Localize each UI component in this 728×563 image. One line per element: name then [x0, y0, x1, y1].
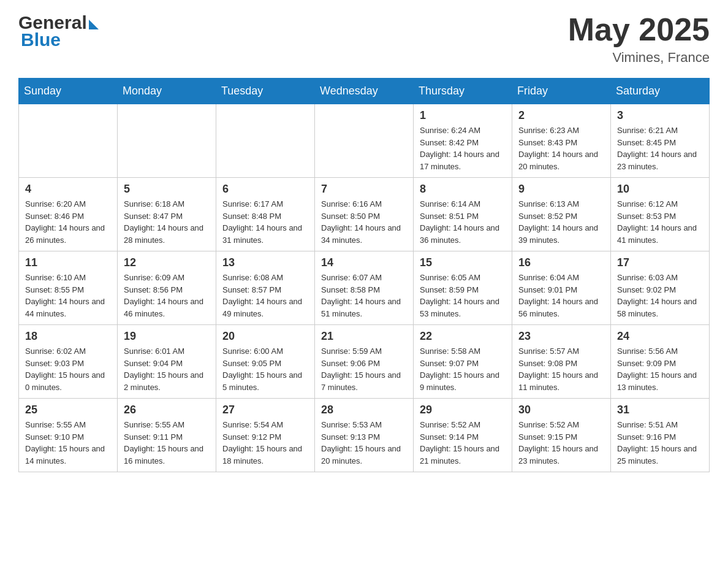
day-number: 15 — [420, 256, 506, 269]
day-info: Sunrise: 6:13 AM Sunset: 8:52 PM Dayligh… — [518, 198, 604, 246]
calendar-cell: 7Sunrise: 6:16 AM Sunset: 8:50 PM Daylig… — [315, 178, 414, 251]
calendar-cell: 17Sunrise: 6:03 AM Sunset: 9:02 PM Dayli… — [611, 251, 710, 325]
calendar-body: 1Sunrise: 6:24 AM Sunset: 8:42 PM Daylig… — [19, 104, 710, 472]
calendar-cell: 31Sunrise: 5:51 AM Sunset: 9:16 PM Dayli… — [611, 399, 710, 472]
calendar-cell: 23Sunrise: 5:57 AM Sunset: 9:08 PM Dayli… — [512, 325, 611, 399]
day-number: 23 — [518, 330, 604, 343]
calendar-cell: 3Sunrise: 6:21 AM Sunset: 8:45 PM Daylig… — [611, 104, 710, 178]
calendar-cell: 10Sunrise: 6:12 AM Sunset: 8:53 PM Dayli… — [611, 178, 710, 251]
calendar-cell: 13Sunrise: 6:08 AM Sunset: 8:57 PM Dayli… — [216, 251, 315, 325]
day-number: 9 — [518, 183, 604, 196]
day-info: Sunrise: 6:00 AM Sunset: 9:05 PM Dayligh… — [222, 345, 308, 393]
days-of-week-row: SundayMondayTuesdayWednesdayThursdayFrid… — [19, 79, 710, 104]
day-number: 7 — [321, 183, 407, 196]
day-of-week-header: Tuesday — [216, 79, 315, 104]
month-title: May 2025 — [568, 12, 710, 47]
calendar-cell: 18Sunrise: 6:02 AM Sunset: 9:03 PM Dayli… — [19, 325, 118, 399]
calendar-cell: 29Sunrise: 5:52 AM Sunset: 9:14 PM Dayli… — [414, 399, 512, 472]
day-info: Sunrise: 6:23 AM Sunset: 8:43 PM Dayligh… — [518, 124, 604, 172]
day-info: Sunrise: 5:55 AM Sunset: 9:11 PM Dayligh… — [124, 419, 210, 467]
calendar-header: SundayMondayTuesdayWednesdayThursdayFrid… — [19, 79, 710, 104]
day-number: 11 — [25, 256, 111, 269]
calendar-week-row: 25Sunrise: 5:55 AM Sunset: 9:10 PM Dayli… — [19, 399, 710, 472]
calendar-cell: 1Sunrise: 6:24 AM Sunset: 8:42 PM Daylig… — [414, 104, 512, 178]
day-info: Sunrise: 6:17 AM Sunset: 8:48 PM Dayligh… — [222, 198, 308, 246]
calendar-week-row: 1Sunrise: 6:24 AM Sunset: 8:42 PM Daylig… — [19, 104, 710, 178]
day-info: Sunrise: 6:03 AM Sunset: 9:02 PM Dayligh… — [617, 272, 703, 320]
day-of-week-header: Monday — [118, 79, 216, 104]
day-number: 4 — [25, 183, 111, 196]
calendar-cell — [19, 104, 118, 178]
day-info: Sunrise: 6:14 AM Sunset: 8:51 PM Dayligh… — [420, 198, 506, 246]
day-info: Sunrise: 6:12 AM Sunset: 8:53 PM Dayligh… — [617, 198, 703, 246]
day-number: 28 — [321, 404, 407, 416]
day-info: Sunrise: 6:02 AM Sunset: 9:03 PM Dayligh… — [25, 345, 111, 393]
location-label: Vimines, France — [568, 50, 710, 66]
title-area: May 2025 Vimines, France — [568, 12, 710, 66]
day-info: Sunrise: 6:04 AM Sunset: 9:01 PM Dayligh… — [518, 272, 604, 320]
day-number: 22 — [420, 330, 506, 343]
day-number: 26 — [124, 404, 210, 416]
calendar-cell: 5Sunrise: 6:18 AM Sunset: 8:47 PM Daylig… — [118, 178, 216, 251]
day-number: 24 — [617, 330, 703, 343]
calendar-cell: 2Sunrise: 6:23 AM Sunset: 8:43 PM Daylig… — [512, 104, 611, 178]
day-info: Sunrise: 6:08 AM Sunset: 8:57 PM Dayligh… — [222, 272, 308, 320]
day-info: Sunrise: 5:54 AM Sunset: 9:12 PM Dayligh… — [222, 419, 308, 467]
day-number: 17 — [617, 256, 703, 269]
calendar-cell: 27Sunrise: 5:54 AM Sunset: 9:12 PM Dayli… — [216, 399, 315, 472]
calendar-cell: 6Sunrise: 6:17 AM Sunset: 8:48 PM Daylig… — [216, 178, 315, 251]
day-number: 6 — [222, 183, 308, 196]
day-number: 5 — [124, 183, 210, 196]
logo-arrow-icon — [89, 20, 99, 29]
day-of-week-header: Saturday — [611, 79, 710, 104]
day-number: 20 — [222, 330, 308, 343]
calendar-cell — [216, 104, 315, 178]
calendar-cell: 24Sunrise: 5:56 AM Sunset: 9:09 PM Dayli… — [611, 325, 710, 399]
day-info: Sunrise: 6:24 AM Sunset: 8:42 PM Dayligh… — [420, 124, 506, 172]
page-header: General Blue May 2025 Vimines, France — [18, 12, 710, 66]
day-info: Sunrise: 6:21 AM Sunset: 8:45 PM Dayligh… — [617, 124, 703, 172]
day-number: 2 — [518, 109, 604, 122]
day-number: 1 — [420, 109, 506, 122]
day-info: Sunrise: 5:52 AM Sunset: 9:14 PM Dayligh… — [420, 419, 506, 467]
day-number: 12 — [124, 256, 210, 269]
day-info: Sunrise: 5:52 AM Sunset: 9:15 PM Dayligh… — [518, 419, 604, 467]
day-info: Sunrise: 5:56 AM Sunset: 9:09 PM Dayligh… — [617, 345, 703, 393]
day-number: 14 — [321, 256, 407, 269]
day-number: 19 — [124, 330, 210, 343]
day-number: 16 — [518, 256, 604, 269]
day-number: 21 — [321, 330, 407, 343]
calendar-cell: 4Sunrise: 6:20 AM Sunset: 8:46 PM Daylig… — [19, 178, 118, 251]
day-number: 18 — [25, 330, 111, 343]
calendar-cell: 16Sunrise: 6:04 AM Sunset: 9:01 PM Dayli… — [512, 251, 611, 325]
logo: General Blue — [18, 12, 99, 50]
day-info: Sunrise: 6:16 AM Sunset: 8:50 PM Dayligh… — [321, 198, 407, 246]
day-info: Sunrise: 6:10 AM Sunset: 8:55 PM Dayligh… — [25, 272, 111, 320]
day-info: Sunrise: 5:58 AM Sunset: 9:07 PM Dayligh… — [420, 345, 506, 393]
calendar-cell — [118, 104, 216, 178]
day-number: 31 — [617, 404, 703, 416]
calendar-cell: 30Sunrise: 5:52 AM Sunset: 9:15 PM Dayli… — [512, 399, 611, 472]
day-info: Sunrise: 5:55 AM Sunset: 9:10 PM Dayligh… — [25, 419, 111, 467]
calendar-cell: 15Sunrise: 6:05 AM Sunset: 8:59 PM Dayli… — [414, 251, 512, 325]
day-number: 30 — [518, 404, 604, 416]
day-number: 8 — [420, 183, 506, 196]
calendar-cell — [315, 104, 414, 178]
calendar-week-row: 18Sunrise: 6:02 AM Sunset: 9:03 PM Dayli… — [19, 325, 710, 399]
day-info: Sunrise: 5:53 AM Sunset: 9:13 PM Dayligh… — [321, 419, 407, 467]
day-number: 29 — [420, 404, 506, 416]
day-info: Sunrise: 5:51 AM Sunset: 9:16 PM Dayligh… — [617, 419, 703, 467]
calendar-cell: 25Sunrise: 5:55 AM Sunset: 9:10 PM Dayli… — [19, 399, 118, 472]
day-of-week-header: Thursday — [414, 79, 512, 104]
day-number: 27 — [222, 404, 308, 416]
calendar-cell: 14Sunrise: 6:07 AM Sunset: 8:58 PM Dayli… — [315, 251, 414, 325]
calendar-table: SundayMondayTuesdayWednesdayThursdayFrid… — [18, 78, 710, 472]
logo-blue-text: Blue — [18, 29, 61, 50]
calendar-week-row: 4Sunrise: 6:20 AM Sunset: 8:46 PM Daylig… — [19, 178, 710, 251]
calendar-cell: 22Sunrise: 5:58 AM Sunset: 9:07 PM Dayli… — [414, 325, 512, 399]
day-info: Sunrise: 5:57 AM Sunset: 9:08 PM Dayligh… — [518, 345, 604, 393]
day-number: 10 — [617, 183, 703, 196]
calendar-cell: 12Sunrise: 6:09 AM Sunset: 8:56 PM Dayli… — [118, 251, 216, 325]
calendar-cell: 11Sunrise: 6:10 AM Sunset: 8:55 PM Dayli… — [19, 251, 118, 325]
day-info: Sunrise: 6:09 AM Sunset: 8:56 PM Dayligh… — [124, 272, 210, 320]
